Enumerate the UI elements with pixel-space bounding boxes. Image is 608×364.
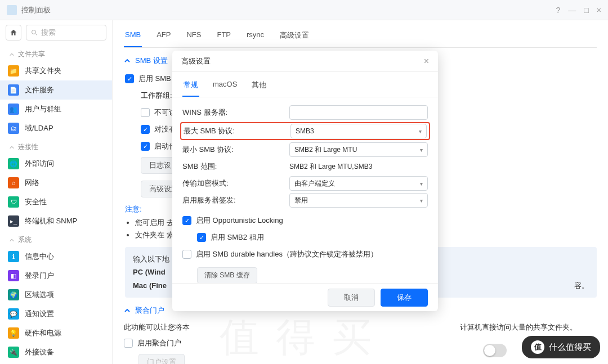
help-button[interactable]: ? bbox=[556, 6, 561, 15]
section-system[interactable]: 系统 bbox=[0, 231, 112, 247]
window-title: 控制面板 bbox=[21, 5, 556, 15]
maximize-button[interactable]: □ bbox=[584, 6, 588, 15]
sidebar-login-portal[interactable]: ◧登录门户 bbox=[0, 266, 112, 285]
sign-select[interactable]: 禁用 bbox=[289, 193, 428, 208]
sidebar-ext-access[interactable]: 🌐外部访问 bbox=[0, 154, 112, 173]
chevron-up-icon bbox=[124, 57, 131, 64]
clear-cache-button[interactable]: 清除 SMB 缓存 bbox=[197, 267, 257, 283]
sidebar-hw-power[interactable]: 💡硬件和电源 bbox=[0, 323, 112, 343]
sidebar-terminal[interactable]: ▸_终端机和 SNMP bbox=[0, 212, 112, 231]
dialog-title: 高级设置 bbox=[181, 56, 211, 66]
checkbox-checked-icon bbox=[197, 233, 206, 242]
app-icon bbox=[7, 5, 17, 15]
portal-settings-button[interactable]: 门户设置 bbox=[138, 354, 185, 364]
network-icon: ⌂ bbox=[8, 177, 19, 188]
ext-logo-icon: 值 bbox=[531, 340, 544, 354]
checkbox-checked-icon bbox=[125, 74, 134, 83]
chevron-up-icon bbox=[9, 145, 15, 150]
oplock-row[interactable]: 启用 Opportunistic Locking bbox=[182, 212, 428, 229]
wins-input[interactable] bbox=[289, 105, 428, 120]
wins-row: WINS 服务器: bbox=[182, 104, 428, 121]
encrypt-select[interactable]: 由客户端定义 bbox=[289, 176, 428, 191]
bulb-icon: 💡 bbox=[8, 327, 19, 339]
ext-brand-button[interactable]: 值 什么值得买 bbox=[522, 336, 600, 358]
tab-nfs[interactable]: NFS bbox=[185, 27, 202, 47]
sidebar-notify[interactable]: 💬通知设置 bbox=[0, 304, 112, 323]
max-smb-row: 最大 SMB 协议: SMB3 bbox=[180, 122, 430, 140]
close-button[interactable]: × bbox=[597, 6, 601, 15]
min-smb-row: 最小 SMB 协议: SMB2 和 Large MTU bbox=[182, 141, 428, 158]
sidebar: 搜索 文件共享 📁共享文件夹 📄文件服务 👥用户与群组 🗂域/LDAP 连接性 … bbox=[0, 20, 113, 364]
minimize-button[interactable]: — bbox=[568, 6, 576, 15]
device-icon: 🔌 bbox=[8, 347, 19, 358]
tab-ftp[interactable]: FTP bbox=[216, 27, 232, 47]
portal-icon: ◧ bbox=[8, 270, 19, 281]
durable-row[interactable]: 启用 SMB durable handles（跨协议文件锁定将被禁用） bbox=[182, 246, 428, 263]
checkbox-icon bbox=[141, 108, 150, 117]
sidebar-user-group[interactable]: 👥用户与群组 bbox=[0, 100, 112, 119]
min-smb-select[interactable]: SMB2 和 Large MTU bbox=[289, 142, 428, 157]
globe-icon: 🌐 bbox=[8, 158, 19, 169]
smb-range-row: SMB 范围: SMB2 和 Large MTU,SMB3 bbox=[182, 158, 428, 175]
chat-icon: 💬 bbox=[8, 308, 19, 320]
titlebar: 控制面板 ? — □ × bbox=[0, 0, 608, 20]
section-connectivity[interactable]: 连接性 bbox=[0, 138, 112, 154]
folder-icon: 📁 bbox=[8, 65, 19, 77]
dialog-footer: 取消 保存 bbox=[172, 283, 438, 311]
chevron-up-icon bbox=[124, 307, 131, 314]
dialog-tabs: 常规 macOS 其他 bbox=[172, 72, 438, 97]
checkbox-checked-icon bbox=[141, 125, 150, 134]
sidebar-file-services[interactable]: 📄文件服务 bbox=[0, 80, 112, 100]
info-icon: ℹ bbox=[8, 251, 19, 262]
sidebar-network[interactable]: ⌂网络 bbox=[0, 173, 112, 192]
terminal-icon: ▸_ bbox=[8, 215, 19, 227]
search-icon bbox=[31, 29, 38, 36]
checkbox-checked-icon bbox=[141, 142, 150, 151]
ext-toggle[interactable] bbox=[483, 344, 507, 357]
cancel-button[interactable]: 取消 bbox=[328, 289, 375, 307]
region-icon: 🌍 bbox=[8, 289, 19, 300]
section-file-share[interactable]: 文件共享 bbox=[0, 45, 112, 61]
dialog-tab-other[interactable]: 其他 bbox=[251, 78, 267, 97]
file-icon: 📄 bbox=[8, 84, 19, 96]
users-icon: 👥 bbox=[8, 104, 19, 115]
svg-line-1 bbox=[35, 34, 37, 35]
sign-row: 启用服务器签发: 禁用 bbox=[182, 192, 428, 209]
home-button[interactable] bbox=[6, 25, 21, 41]
dialog-tab-general[interactable]: 常规 bbox=[182, 78, 199, 97]
save-button[interactable]: 保存 bbox=[381, 289, 428, 307]
dialog-close-button[interactable]: × bbox=[424, 56, 429, 66]
sidebar-security[interactable]: 🛡安全性 bbox=[0, 192, 112, 212]
portal-desc: 此功能可以让您将本 计算机直接访问大量的共享文件夹。 bbox=[124, 320, 597, 335]
chevron-up-icon bbox=[9, 237, 15, 243]
sidebar-region[interactable]: 🌍区域选项 bbox=[0, 285, 112, 304]
tab-advanced[interactable]: 高级设置 bbox=[279, 27, 310, 47]
search-input[interactable]: 搜索 bbox=[26, 25, 106, 41]
checkbox-icon bbox=[124, 339, 133, 348]
dialog-header: 高级设置 × bbox=[172, 51, 438, 72]
protocol-tabs: SMB AFP NFS FTP rsync 高级设置 bbox=[124, 20, 597, 48]
encrypt-row: 传输加密模式: 由客户端定义 bbox=[182, 175, 428, 192]
sidebar-ext-dev[interactable]: 🔌外接设备 bbox=[0, 343, 112, 362]
tab-smb[interactable]: SMB bbox=[124, 27, 142, 47]
checkbox-icon bbox=[182, 250, 191, 259]
smb-range-value: SMB2 和 Large MTU,SMB3 bbox=[289, 162, 372, 172]
home-icon bbox=[10, 29, 17, 37]
shield-icon: 🛡 bbox=[8, 196, 19, 208]
checkbox-checked-icon bbox=[182, 216, 191, 225]
dialog-tab-macos[interactable]: macOS bbox=[212, 78, 238, 97]
tab-rsync[interactable]: rsync bbox=[245, 27, 265, 47]
chevron-up-icon bbox=[9, 52, 15, 57]
tab-afp[interactable]: AFP bbox=[155, 27, 172, 47]
sidebar-shared-folder[interactable]: 📁共享文件夹 bbox=[0, 61, 112, 80]
svg-point-0 bbox=[32, 30, 36, 34]
max-smb-select[interactable]: SMB3 bbox=[290, 124, 427, 138]
ldap-icon: 🗂 bbox=[8, 123, 19, 134]
sidebar-info-center[interactable]: ℹ信息中心 bbox=[0, 247, 112, 266]
sidebar-domain-ldap[interactable]: 🗂域/LDAP bbox=[0, 119, 112, 138]
advanced-settings-dialog: 高级设置 × 常规 macOS 其他 WINS 服务器: 最大 SMB 协议: … bbox=[172, 51, 438, 311]
smb2-lease-row[interactable]: 启用 SMB2 租用 bbox=[182, 229, 428, 246]
